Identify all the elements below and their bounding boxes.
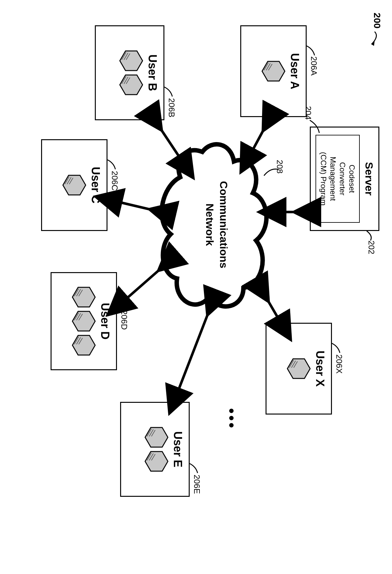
arrow-usera-cloud	[240, 117, 272, 165]
program-line-3: (CCM) Program	[319, 137, 328, 221]
user-e-hexrow	[144, 403, 169, 496]
user-x-label: User X	[313, 324, 327, 414]
svg-marker-8	[72, 335, 95, 355]
server-box: Server Codeset Converter Management (CCM…	[310, 127, 379, 231]
user-d-ref: 206D	[119, 310, 129, 330]
hex-icon	[71, 286, 96, 308]
svg-marker-1	[262, 61, 285, 81]
user-x-ref: 206X	[334, 354, 344, 374]
program-line-2: Management	[328, 137, 338, 221]
hex-icon	[71, 334, 96, 356]
hex-icon	[119, 50, 144, 72]
svg-marker-3	[120, 51, 143, 71]
user-e-box: User E	[120, 402, 190, 497]
svg-marker-10	[145, 452, 168, 471]
ellipsis: •••	[223, 408, 240, 430]
svg-line-16	[107, 199, 161, 212]
user-e-label: User E	[171, 403, 184, 496]
hex-icon	[119, 74, 144, 96]
arrow-userd-cloud	[114, 259, 171, 310]
hex-icon	[62, 174, 87, 196]
svg-line-13	[247, 120, 269, 161]
cloud-line2: Network	[203, 171, 217, 278]
arrow-userc-cloud	[104, 193, 164, 218]
svg-marker-6	[72, 287, 95, 307]
svg-line-15	[155, 120, 187, 168]
figure-ref-text: 200	[372, 13, 383, 28]
svg-marker-9	[145, 427, 168, 447]
program-line-0: Codeset	[347, 137, 357, 221]
server-title: Server	[363, 128, 375, 230]
hex-icon	[261, 60, 286, 82]
user-b-box: User B	[95, 25, 164, 120]
arrow-userx-cloud	[259, 288, 288, 332]
user-c-box: User C	[41, 139, 107, 231]
user-a-label: User A	[288, 26, 301, 116]
hex-icon	[286, 358, 311, 380]
svg-marker-5	[63, 175, 86, 195]
arrow-server-cloud	[268, 206, 309, 218]
user-b-ref: 206B	[167, 98, 176, 117]
user-b-label: User B	[146, 26, 159, 119]
arrow-usere-cloud	[168, 301, 215, 405]
user-b-hexrow	[119, 26, 144, 119]
user-a-hexrow	[261, 26, 286, 116]
server-program-box: Codeset Converter Management (CCM) Progr…	[315, 135, 360, 223]
user-e-ref: 206E	[192, 475, 202, 494]
hex-icon	[144, 450, 169, 472]
figure-ref: 200	[372, 13, 383, 28]
hex-icon	[144, 426, 169, 448]
program-line-1: Converter	[338, 137, 347, 221]
svg-marker-7	[72, 311, 95, 331]
user-d-label: User D	[98, 273, 112, 369]
user-d-box: User D	[51, 272, 117, 370]
cloud-label: Communications Network	[203, 171, 231, 278]
svg-marker-2	[287, 359, 310, 378]
user-d-hexrow	[71, 273, 96, 369]
svg-line-17	[117, 263, 168, 307]
svg-line-18	[174, 304, 212, 402]
user-c-ref: 206C	[110, 171, 119, 190]
svg-marker-4	[120, 75, 143, 95]
user-a-ref: 206A	[309, 56, 319, 76]
user-x-hexrow	[286, 324, 311, 414]
user-x-box: User X	[266, 323, 332, 415]
user-c-hexrow	[62, 140, 87, 230]
user-c-label: User C	[89, 140, 102, 230]
cloud-line1: Communications	[217, 171, 231, 278]
arrow-userb-cloud	[152, 117, 190, 171]
hex-icon	[71, 310, 96, 332]
svg-line-14	[262, 291, 285, 329]
user-a-box: User A	[240, 25, 307, 117]
